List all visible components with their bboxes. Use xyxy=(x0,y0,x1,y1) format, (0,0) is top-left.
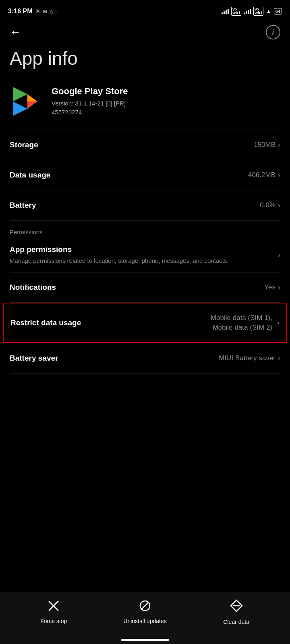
permissions-chevron: › xyxy=(278,251,280,259)
time-display: 3:16 PM xyxy=(8,8,32,15)
app-version: Version: 31.1.14-21 [0] [PR]455720274 xyxy=(52,99,128,117)
storage-chevron: › xyxy=(278,141,280,149)
diamond-erase-icon xyxy=(230,599,243,613)
restrict-data-chevron: › xyxy=(277,318,280,328)
clear-data-icon xyxy=(230,599,243,615)
data-usage-row[interactable]: Data usage 406.2MB › xyxy=(0,160,290,190)
status-bar: 3:16 PM ✳ M △ · VoWiFi VoWiFi ▲ 64 xyxy=(0,0,290,21)
app-permissions-row[interactable]: App permissions Manage permissions relat… xyxy=(0,238,290,272)
battery-chevron: › xyxy=(278,201,280,210)
uninstall-updates-icon xyxy=(139,600,151,615)
status-right-icons: VoWiFi VoWiFi ▲ 64 xyxy=(222,7,282,16)
permissions-content: App permissions Manage permissions relat… xyxy=(10,245,278,265)
app-info-section: Google Play Store Version: 31.1.14-21 [0… xyxy=(0,81,290,130)
back-button[interactable]: ← xyxy=(10,26,21,39)
play-store-icon xyxy=(10,85,42,118)
uninstall-updates-label: Uninstall updates xyxy=(123,618,166,624)
battery-indicator: 64 xyxy=(274,8,282,14)
clear-data-label: Clear data xyxy=(223,619,249,625)
restrict-data-usage-row[interactable]: Restrict data usage Mobile data (SIM 1),… xyxy=(4,303,286,342)
app-icon xyxy=(10,85,42,118)
bottom-action-bar: Force stop Uninstall updates Clear data xyxy=(0,592,290,644)
permissions-title: App permissions xyxy=(10,245,271,254)
storage-value: 150MB › xyxy=(254,141,280,149)
header: ← i xyxy=(0,21,290,39)
signal-bars-2 xyxy=(244,8,251,14)
storage-row[interactable]: Storage 150MB › xyxy=(0,130,290,160)
restrict-data-usage-label: Restrict data usage xyxy=(10,318,81,327)
permissions-desc: Manage permissions related to location, … xyxy=(10,256,271,265)
data-usage-value: 406.2MB › xyxy=(248,171,280,180)
storage-label: Storage xyxy=(10,140,38,149)
vo-wifi-badge-1: VoWiFi xyxy=(231,7,241,16)
drive-icon: △ xyxy=(50,9,53,14)
restrict-data-usage-value: Mobile data (SIM 1),Mobile data (SIM 2) … xyxy=(211,313,280,332)
notifications-row[interactable]: Notifications Yes › xyxy=(0,272,290,302)
restrict-data-usage-highlight: Restrict data usage Mobile data (SIM 1),… xyxy=(3,303,287,343)
uninstall-updates-action[interactable]: Uninstall updates xyxy=(113,600,177,624)
mail-icon: M xyxy=(43,8,47,14)
page-title: App info xyxy=(0,39,290,81)
app-details: Google Play Store Version: 31.1.14-21 [0… xyxy=(52,86,128,117)
notifications-chevron: › xyxy=(278,283,280,292)
vo-wifi-badge-2: VoWiFi xyxy=(253,7,263,16)
status-time: 3:16 PM ✳ M △ · xyxy=(8,8,57,15)
battery-row[interactable]: Battery 0.0% › xyxy=(0,190,290,220)
data-usage-chevron: › xyxy=(278,171,280,180)
info-button[interactable]: i xyxy=(266,25,280,39)
notifications-label: Notifications xyxy=(10,283,56,292)
data-usage-label: Data usage xyxy=(10,171,50,180)
battery-label: Battery xyxy=(10,201,36,210)
force-stop-action[interactable]: Force stop xyxy=(21,600,86,624)
battery-saver-label: Battery saver xyxy=(10,354,58,363)
battery-level: 64 xyxy=(276,9,280,14)
permissions-section-label: Permissions xyxy=(0,221,290,238)
app-name: Google Play Store xyxy=(52,86,128,97)
battery-saver-value: MIUI Battery saver › xyxy=(219,354,280,362)
x-icon xyxy=(48,600,60,612)
battery-saver-row[interactable]: Battery saver MIUI Battery saver › xyxy=(0,343,290,373)
circle-slash-icon xyxy=(139,600,151,612)
battery-saver-chevron: › xyxy=(278,354,280,362)
notifications-value: Yes › xyxy=(264,283,280,292)
dot-icon: · xyxy=(55,8,57,14)
force-stop-icon xyxy=(48,600,60,615)
svg-line-3 xyxy=(141,602,149,609)
home-indicator xyxy=(121,639,169,641)
signal-bars-1 xyxy=(222,8,229,14)
battery-value: 0.0% › xyxy=(260,201,280,210)
force-stop-label: Force stop xyxy=(40,618,67,624)
clear-data-action[interactable]: Clear data xyxy=(204,599,269,625)
notification-icons: ✳ M △ · xyxy=(35,8,57,14)
divider-7 xyxy=(10,373,280,374)
hashtag-icon: ✳ xyxy=(35,8,40,14)
wifi-icon: ▲ xyxy=(266,8,271,14)
